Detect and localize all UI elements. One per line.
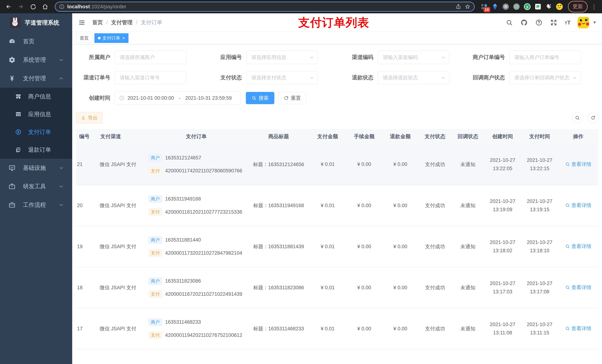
fullscreen-icon[interactable] <box>550 19 558 26</box>
hamburger-fold-icon[interactable] <box>78 19 86 27</box>
title-value: 1635312124656 <box>268 162 304 167</box>
breadcrumb-home[interactable]: 首页 <box>92 19 103 26</box>
tag-label: 首页 <box>80 35 89 41</box>
reset-button-label: 重置 <box>291 95 301 101</box>
kebab-menu-icon[interactable]: ⋮ <box>589 3 599 10</box>
pay-time: 13:22:15 <box>521 165 558 173</box>
active-dot <box>98 37 100 39</box>
cell-title: 标题：1635311949168 <box>248 185 309 226</box>
export-button[interactable]: 导出 <box>76 112 103 124</box>
sidebar-item-app-info[interactable]: 应用信息 <box>0 105 72 123</box>
cell-title: 标题：1635311468233 <box>248 308 309 349</box>
pay-status-select[interactable] <box>246 71 318 84</box>
filter-label: 所属商户 <box>76 54 115 61</box>
view-detail-link[interactable]: 查看详情 <box>565 202 591 209</box>
toolbar-right-actions <box>572 113 598 123</box>
sidebar: 芋道管理系统 首页 系统管理 支付管理 商户信息 <box>0 13 72 364</box>
view-detail-link[interactable]: 查看详情 <box>565 243 591 250</box>
chevron-down-icon[interactable]: ▼ <box>593 20 596 25</box>
cell-notify-status: 未通知 <box>452 144 484 185</box>
search-button-label: 搜索 <box>258 95 269 101</box>
sidebar-item-pay-order[interactable]: 支付订单 <box>0 123 72 141</box>
notify-status-select[interactable] <box>509 71 581 84</box>
info-icon[interactable] <box>59 4 64 10</box>
cell-fee-amount: ¥ 0.00 <box>346 144 382 185</box>
create-date: 2021-10-27 <box>484 279 521 288</box>
y-ext-icon[interactable]: y <box>524 3 531 10</box>
tag-home[interactable]: 首页 <box>76 33 92 43</box>
filter-form: 所属商户 应用编号 渠道编码 商户订单编号 <box>76 51 598 84</box>
column-header: 退款金额 <box>382 129 418 144</box>
sidebar-menu: 首页 系统管理 支付管理 商户信息 应用信息 <box>0 32 72 364</box>
channel-code-select[interactable] <box>378 51 449 64</box>
command-ext-icon[interactable]: ⌘ <box>502 3 509 10</box>
sidebar-item-dev-tools[interactable]: 研发工具 <box>0 177 72 196</box>
sidebar-item-merchant-info[interactable]: 商户信息 <box>0 88 72 105</box>
filter-pay-status: 支付状态 <box>207 71 335 84</box>
cell-pay-status: 支付成功 <box>418 226 452 267</box>
cell-fee-amount: ¥ 0.00 <box>346 267 382 308</box>
chevron-down-icon <box>59 203 64 207</box>
search-icon[interactable] <box>505 19 513 26</box>
star-icon[interactable] <box>465 4 470 10</box>
app-logo-row[interactable]: 芋道管理系统 <box>0 13 72 32</box>
sidebar-item-workflow[interactable]: 工作流程 <box>0 196 72 214</box>
profile-avatar[interactable] <box>556 3 563 10</box>
close-icon[interactable]: × <box>122 35 125 41</box>
reset-button[interactable]: 重置 <box>278 92 307 104</box>
update-button[interactable]: 更新 <box>568 1 588 12</box>
breadcrumb: 首页 / 支付管理 / 支付订单 <box>92 19 162 26</box>
search-button[interactable]: 搜索 <box>246 92 274 104</box>
channel-order-no-input[interactable] <box>115 71 186 84</box>
home-icon[interactable] <box>40 1 50 12</box>
back-icon[interactable] <box>3 1 14 12</box>
title-prefix: 标题： <box>253 203 268 208</box>
cell-pay-time: 2021-10-2713:19:15 <box>521 185 558 226</box>
dot-ext-icon[interactable] <box>513 3 520 10</box>
sidebar-submenu-pay: 商户信息 应用信息 支付订单 退款订单 <box>0 88 72 159</box>
help-icon[interactable] <box>535 19 543 26</box>
sidebar-item-home[interactable]: 首页 <box>0 32 72 51</box>
sidebar-item-refund-order[interactable]: 退款订单 <box>0 141 72 159</box>
column-header: 回调状态 <box>452 129 484 144</box>
calendar-clock-icon <box>119 95 125 101</box>
view-detail-link[interactable]: 查看详情 <box>565 325 591 332</box>
cell-create-time: 2021-10-2713:17:03 <box>484 267 521 308</box>
cell-notify-status: 未通知 <box>452 185 484 226</box>
merchant-input[interactable] <box>115 51 186 64</box>
create-time-range-picker[interactable]: 2021-10-01 00:00:00 - 2021-10-31 23:59:5… <box>115 91 241 105</box>
show-search-button[interactable] <box>572 113 583 123</box>
sidebar-item-infra[interactable]: 基础设施 <box>0 159 72 177</box>
url-text[interactable]: localhost:1024/pay/order <box>67 4 452 10</box>
url-bar[interactable]: localhost:1024/pay/order <box>55 2 475 12</box>
sidebar-item-pay[interactable]: 支付管理 <box>0 69 72 88</box>
merchant-order-no-input[interactable] <box>509 51 581 64</box>
breadcrumb-pay[interactable]: 支付管理 <box>111 19 133 26</box>
chat-ext-icon[interactable] <box>534 3 542 10</box>
chevron-down-icon <box>59 166 64 170</box>
export-button-label: 导出 <box>88 115 97 121</box>
cell-pay-amount: ¥ 0.01 <box>309 308 346 349</box>
forward-icon[interactable] <box>16 1 26 12</box>
github-icon[interactable] <box>520 19 528 26</box>
view-detail-link[interactable]: 查看详情 <box>565 161 591 167</box>
view-detail-link[interactable]: 查看详情 <box>565 284 591 291</box>
cell-id: 17 <box>76 308 96 349</box>
table-body: 21 微信 JSAPI 支付 商户 1635312124657 支付 <box>76 144 598 364</box>
share-icon[interactable] <box>456 4 461 10</box>
cell-channel <box>96 349 144 364</box>
refund-status-select[interactable] <box>378 71 449 84</box>
fontsize-icon[interactable]: TT <box>565 20 570 26</box>
refresh-button[interactable] <box>588 113 598 123</box>
puzzle-extensions-icon[interactable] <box>545 3 552 10</box>
reload-icon[interactable] <box>28 1 38 12</box>
tag-pay-order[interactable]: 支付订单 × <box>94 33 129 43</box>
cell-create-time: 2021-10-2713:22:05 <box>484 144 521 185</box>
diamond-ext-icon[interactable]: 10 <box>481 3 488 10</box>
app-select[interactable] <box>246 51 318 64</box>
gem-ext-icon[interactable] <box>491 3 499 10</box>
table-row: 21 微信 JSAPI 支付 商户 1635312124657 支付 <box>76 144 598 185</box>
user-avatar[interactable] <box>578 17 589 28</box>
sidebar-item-system[interactable]: 系统管理 <box>0 51 72 69</box>
sidebar-item-label: 系统管理 <box>23 56 52 64</box>
